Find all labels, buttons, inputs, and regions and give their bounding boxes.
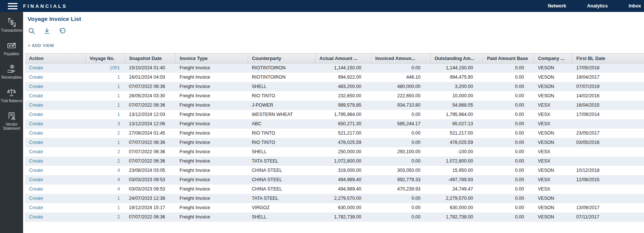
outstanding-amount-cell: 478,025.59: [430, 138, 483, 147]
voyage-no-link[interactable]: 2: [117, 130, 120, 136]
create-link[interactable]: Create: [29, 65, 43, 70]
column-header-counterparty[interactable]: Counterparty: [248, 54, 315, 63]
download-icon[interactable]: [43, 27, 51, 35]
create-link[interactable]: Create: [29, 121, 43, 126]
company-cell: VESON: [534, 138, 572, 147]
voyage-no-link[interactable]: 1: [117, 205, 120, 210]
snapshot-date-cell: 16/01/2024 04:03: [125, 73, 175, 82]
table-row: Create107/07/2022 06:36Freight InvoiceRI…: [25, 138, 644, 147]
column-header-action[interactable]: Action: [25, 54, 85, 63]
nav-inbox[interactable]: Inbox: [629, 3, 641, 9]
voyage-no-link[interactable]: 1: [117, 75, 120, 80]
action-cell: Create: [25, 110, 85, 119]
voyage-no-link[interactable]: 1001: [110, 65, 120, 70]
company-cell: VESX: [534, 147, 572, 157]
voyage-no-link[interactable]: 4: [117, 177, 120, 182]
table-row: Create207/07/2022 06:36Freight InvoiceTA…: [25, 157, 644, 166]
create-link[interactable]: Create: [29, 140, 43, 145]
voyage-no-link[interactable]: 2: [117, 214, 120, 220]
voyage-no-link[interactable]: 4: [117, 168, 120, 173]
company-cell: VESON: [534, 129, 572, 138]
create-link[interactable]: Create: [29, 186, 43, 192]
voyage-no-cell: 1: [85, 194, 125, 203]
sidebar-item-payables[interactable]: Payables: [0, 41, 23, 56]
invoice-type-cell: Freight Invoice: [175, 63, 248, 73]
company-cell: VESON: [534, 203, 572, 212]
app-title: FINANCIALS: [23, 3, 67, 9]
create-link[interactable]: Create: [29, 93, 43, 98]
create-link[interactable]: Create: [29, 112, 43, 117]
invoice-type-cell: Freight Invoice: [175, 203, 248, 212]
create-link[interactable]: Create: [29, 205, 43, 210]
column-header-actual-amount[interactable]: Actual Amount ...: [315, 54, 371, 63]
snapshot-date-cell: 07/07/2022 06:36: [125, 157, 175, 166]
voyage-no-cell: 1: [85, 203, 125, 212]
first-bl-date-cell: 17/09/2014: [572, 110, 644, 119]
create-link[interactable]: Create: [29, 177, 43, 182]
voyage-no-link[interactable]: 1: [117, 84, 120, 89]
counterparty-cell: ABC: [248, 119, 315, 129]
actual-amount-cell: 650,271.30: [315, 119, 371, 129]
sidebar-item-transactions[interactable]: $Transactions: [0, 17, 23, 32]
create-link[interactable]: Create: [29, 149, 43, 154]
voyage-no-link[interactable]: 3: [117, 121, 120, 126]
column-header-voyage-no[interactable]: Voyage No.: [85, 54, 125, 63]
create-link[interactable]: Create: [29, 130, 43, 136]
action-cell: Create: [25, 82, 85, 91]
sidebar-item-receivables[interactable]: Receivables: [0, 64, 23, 79]
action-cell: Create: [25, 129, 85, 138]
column-header-company[interactable]: Company ...: [534, 54, 572, 63]
outstanding-amount-cell: 1,795,964.00: [430, 110, 483, 119]
create-link[interactable]: Create: [29, 214, 43, 220]
voyage-no-link[interactable]: 2: [117, 158, 120, 164]
search-icon[interactable]: [28, 27, 35, 35]
create-link[interactable]: Create: [29, 75, 43, 80]
vendor-statement-icon: [7, 111, 16, 121]
undo-icon[interactable]: [58, 27, 66, 35]
add-view-button[interactable]: + ADD VIEW: [28, 43, 54, 48]
page-title: Voyage Invoice List: [28, 16, 644, 22]
sidebar-item-vendor-statement[interactable]: Vendor Statement: [0, 111, 23, 130]
voyage-no-link[interactable]: 1: [117, 140, 120, 145]
create-link[interactable]: Create: [29, 196, 43, 201]
invoiced-amount-cell: 0.00: [371, 212, 430, 222]
invoice-type-cell: Freight Invoice: [175, 82, 248, 91]
sidebar-item-trial-balance[interactable]: Trial Balance: [0, 88, 23, 103]
column-header-invoice-type[interactable]: Invoice Type: [175, 54, 248, 63]
outstanding-amount-cell: 3,200.00: [430, 82, 483, 91]
column-header-first-bl-date[interactable]: First BL Date: [572, 54, 644, 63]
voyage-no-cell: 4: [85, 185, 125, 194]
outstanding-amount-cell: 24,749.47: [430, 185, 483, 194]
paid-amount-cell: 0.00: [483, 157, 534, 166]
column-header-invoiced-amoun[interactable]: Invoiced Amoun...: [371, 54, 430, 63]
create-link[interactable]: Create: [29, 158, 43, 164]
nav-analytics[interactable]: Analytics: [587, 3, 608, 9]
menu-icon[interactable]: [8, 3, 18, 9]
table-header-row: ActionVoyage No.Snapshot DateInvoice Typ…: [25, 54, 644, 63]
voyage-no-link[interactable]: 1: [117, 103, 120, 108]
create-link[interactable]: Create: [29, 168, 43, 173]
counterparty-cell: CHINA STEEL: [248, 175, 315, 185]
nav-network[interactable]: Network: [548, 3, 566, 9]
voyage-no-link[interactable]: 2: [117, 149, 120, 154]
invoice-type-cell: Freight Invoice: [175, 101, 248, 110]
voyage-no-link[interactable]: 1: [117, 112, 120, 117]
actual-amount-cell: 494,989.40: [315, 185, 371, 194]
voyage-no-link[interactable]: 1: [117, 196, 120, 201]
snapshot-date-cell: 07/07/2022 06:36: [125, 147, 175, 157]
toolbar: [28, 27, 644, 35]
invoiced-amount-cell: 934,710.80: [371, 101, 430, 110]
outstanding-amount-cell: -497,789.93: [430, 175, 483, 185]
invoice-type-cell: Freight Invoice: [175, 129, 248, 138]
invoiced-amount-cell: 446.10: [371, 73, 430, 82]
voyage-no-link[interactable]: 4: [117, 186, 120, 192]
column-header-outstanding-am[interactable]: Outstanding Am...: [430, 54, 483, 63]
column-header-snapshot-date[interactable]: Snapshot Date: [125, 54, 175, 63]
voyage-no-link[interactable]: 1: [117, 93, 120, 98]
create-link[interactable]: Create: [29, 84, 43, 89]
column-header-paid-amount-base[interactable]: Paid Amount Base: [483, 54, 534, 63]
create-link[interactable]: Create: [29, 103, 43, 108]
counterparty-cell: RIOTINTOIRON: [248, 63, 315, 73]
sidebar-item-label: Vendor Statement: [0, 122, 23, 130]
snapshot-date-cell: 19/12/2024 15:17: [125, 203, 175, 212]
